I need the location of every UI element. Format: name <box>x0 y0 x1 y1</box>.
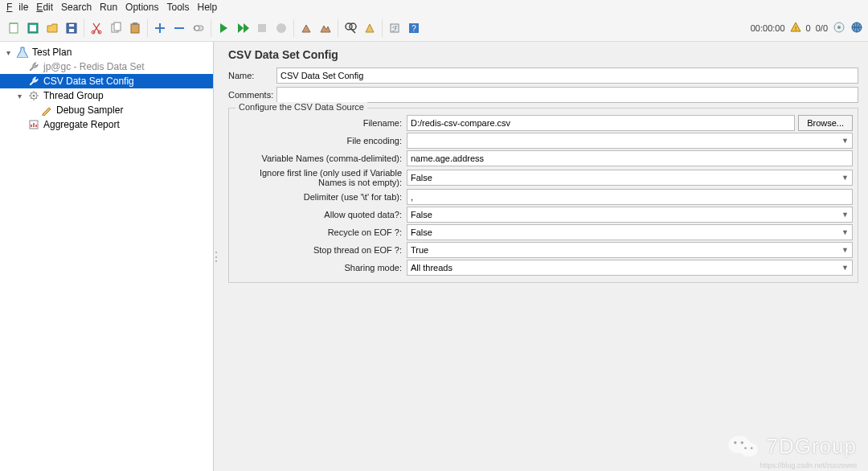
comments-input[interactable] <box>276 87 858 103</box>
svg-point-15 <box>276 23 286 33</box>
report-icon <box>27 118 40 131</box>
svg-point-31 <box>734 441 736 444</box>
name-input[interactable] <box>276 68 858 84</box>
chevron-down-icon: ▼ <box>841 264 849 272</box>
tree-label: Aggregate Report <box>43 119 120 130</box>
quoted-select[interactable]: False▼ <box>407 207 853 223</box>
filename-input[interactable] <box>407 115 795 131</box>
svg-rect-2 <box>30 25 36 31</box>
sharing-label: Sharing mode: <box>234 263 407 272</box>
chevron-down-icon: ▼ <box>841 174 849 182</box>
browse-button[interactable]: Browse... <box>798 115 853 131</box>
tree-aggregate-report[interactable]: Aggregate Report <box>0 117 213 132</box>
watermark-sub: https://blog.csdn.net/zuozewei <box>760 461 857 469</box>
menu-search[interactable]: Search <box>58 2 95 13</box>
encoding-select[interactable]: ▼ <box>407 133 853 149</box>
menu-edit[interactable]: Edit <box>33 2 56 13</box>
toggle-button[interactable] <box>190 19 207 37</box>
expand-button[interactable] <box>151 19 169 37</box>
twisty-icon[interactable]: ▾ <box>3 48 13 57</box>
cut-button[interactable] <box>88 19 105 37</box>
save-button[interactable] <box>63 19 80 37</box>
tree-csv-config[interactable]: CSV Data Set Config <box>0 74 213 88</box>
menu-help[interactable]: Help <box>194 2 220 13</box>
svg-rect-10 <box>131 24 139 33</box>
menu-options[interactable]: Options <box>122 2 162 13</box>
recycle-label: Recycle on EOF ?: <box>234 227 407 237</box>
tree-label: Thread Group <box>43 90 104 101</box>
chevron-down-icon: ▼ <box>841 228 849 236</box>
globe-icon <box>850 21 863 35</box>
start-button[interactable] <box>215 19 232 37</box>
delimiter-input[interactable] <box>407 189 853 205</box>
collapse-button[interactable] <box>170 19 188 37</box>
tree-debug-sampler[interactable]: Debug Sampler <box>0 103 213 117</box>
paste-button[interactable] <box>126 19 144 37</box>
svg-point-32 <box>740 441 743 444</box>
wrench-icon <box>27 60 40 73</box>
tree-redis-data-set[interactable]: jp@gc - Redis Data Set <box>0 59 213 74</box>
ignore-first-select[interactable]: False▼ <box>407 170 853 186</box>
varnames-label: Variable Names (comma-delimited): <box>234 154 407 163</box>
name-label: Name: <box>228 71 276 80</box>
csv-fieldset: Configure the CSV Data Source Filename: … <box>228 108 858 283</box>
copy-button[interactable] <box>107 19 125 37</box>
flask-icon <box>16 46 29 59</box>
tree-label: Test Plan <box>32 47 72 58</box>
twisty-icon[interactable]: ▾ <box>14 92 24 100</box>
wrench-icon <box>27 75 40 88</box>
shutdown-button[interactable] <box>272 19 290 37</box>
svg-point-27 <box>33 95 35 97</box>
ignore-first-label: Ignore first line (only used if Variable… <box>234 168 407 187</box>
gear-icon <box>27 89 40 102</box>
watermark: 7DGroup <box>727 432 858 460</box>
new-button[interactable] <box>5 19 23 37</box>
svg-rect-14 <box>258 24 266 32</box>
svg-rect-0 <box>10 23 18 33</box>
indicator-icon <box>833 21 845 35</box>
chevron-down-icon: ▼ <box>841 211 849 219</box>
encoding-label: File encoding: <box>234 136 407 145</box>
watermark-text: 7DGroup <box>767 434 858 459</box>
varnames-input[interactable] <box>407 150 853 166</box>
svg-point-13 <box>194 26 199 31</box>
pencil-icon <box>40 104 53 117</box>
menubar: File Edit Search Run Options Tools Help <box>0 0 868 14</box>
wechat-icon <box>727 432 760 460</box>
tree-test-plan[interactable]: ▾ Test Plan <box>0 45 213 59</box>
clear-button[interactable] <box>297 19 315 37</box>
toolbar: ℱ ? 00:00:00 ! 0 0/0 <box>0 14 868 42</box>
reset-search-button[interactable] <box>361 19 379 37</box>
open-button[interactable] <box>43 19 61 37</box>
menu-file[interactable]: File <box>3 2 31 13</box>
warning-icon: ! <box>790 22 801 35</box>
clear-all-button[interactable] <box>317 19 334 37</box>
test-plan-tree[interactable]: ▾ Test Plan jp@gc - Redis Data Set CSV D… <box>0 42 214 471</box>
tree-thread-group[interactable]: ▾ Thread Group <box>0 88 213 103</box>
search-button[interactable] <box>342 19 359 37</box>
quoted-label: Allow quoted data?: <box>234 210 407 219</box>
chevron-down-icon: ▼ <box>841 137 849 145</box>
menu-tools[interactable]: Tools <box>163 2 192 13</box>
filename-label: Filename: <box>234 118 407 128</box>
svg-rect-5 <box>69 24 74 27</box>
delimiter-label: Delimiter (use '\t' for tab): <box>234 192 407 202</box>
sharing-select[interactable]: All threads▼ <box>407 260 853 276</box>
svg-point-30 <box>739 442 757 457</box>
panel-title: CSV Data Set Config <box>228 48 858 61</box>
tree-label: CSV Data Set Config <box>43 76 134 87</box>
function-helper-button[interactable]: ℱ <box>386 19 403 37</box>
chevron-down-icon: ▼ <box>841 246 849 254</box>
recycle-select[interactable]: False▼ <box>407 224 853 240</box>
editor-panel: CSV Data Set Config Name: Comments: Conf… <box>219 42 868 471</box>
stop-button[interactable] <box>253 19 271 37</box>
svg-text:!: ! <box>794 25 796 32</box>
comments-label: Comments: <box>228 90 276 100</box>
help-button[interactable]: ? <box>405 19 423 37</box>
start-noTimers-button[interactable] <box>234 19 252 37</box>
stop-select[interactable]: True▼ <box>407 242 853 258</box>
svg-point-17 <box>350 23 356 30</box>
fieldset-legend: Configure the CSV Data Source <box>235 102 367 112</box>
menu-run[interactable]: Run <box>96 2 121 13</box>
templates-button[interactable] <box>24 19 42 37</box>
